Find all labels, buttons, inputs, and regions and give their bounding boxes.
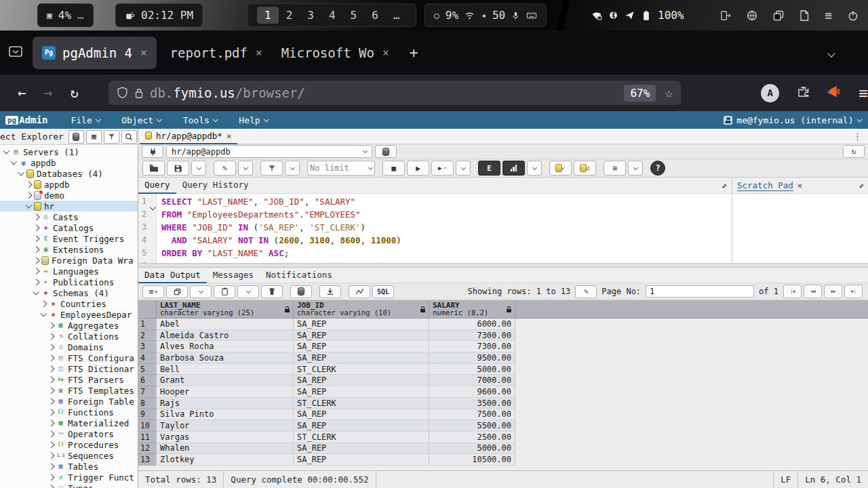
chevron-right-icon[interactable] — [32, 280, 40, 285]
cell-salary[interactable]: 7300.00 — [429, 330, 515, 342]
tab-messages[interactable]: Messages — [207, 267, 260, 283]
globe-icon[interactable] — [747, 10, 757, 21]
table-row[interactable]: 1AbelSA_REP6000.00 — [138, 319, 868, 330]
row-number[interactable]: 13 — [138, 454, 157, 466]
tree-item-casts[interactable]: Casts — [0, 211, 138, 222]
tree-item-materialized[interactable]: Materialized — [0, 418, 138, 428]
tree-item-fts-dictionar[interactable]: FTS Dictionar — [0, 363, 138, 374]
chevron-right-icon[interactable] — [47, 453, 55, 458]
save-data-button[interactable] — [290, 285, 312, 298]
table-row[interactable]: 12WhalenSA_REP5000.00 — [138, 443, 868, 455]
cell-salary[interactable]: 2500.00 — [429, 432, 515, 443]
tree-item-schemas-4[interactable]: Schemas (4) — [0, 287, 138, 298]
shield-icon[interactable] — [117, 87, 128, 99]
row-number[interactable]: 4 — [138, 352, 157, 364]
page-number-input[interactable] — [646, 285, 754, 298]
chevron-right-icon[interactable] — [47, 410, 55, 415]
chevron-right-icon[interactable] — [47, 443, 55, 447]
account-menu[interactable]: me@fymio.us (internal) — [724, 115, 861, 125]
menu-hamburger-icon[interactable]: ≡ — [859, 84, 868, 102]
cell-job-id[interactable]: SA_REP — [294, 375, 429, 386]
cell-job-id[interactable]: SA_REP — [294, 420, 429, 432]
tab-list-icon[interactable] — [8, 45, 23, 61]
cell-last-name[interactable]: Whalen — [157, 443, 294, 455]
cell-job-id[interactable]: SA_REP — [294, 443, 429, 455]
back-button[interactable]: ← — [18, 85, 26, 101]
cell-job-id[interactable]: ST_CLERK — [294, 364, 429, 375]
sql-button[interactable]: SQL — [372, 285, 394, 298]
cell-last-name[interactable]: Almeida Castro — [157, 330, 294, 342]
system-tray[interactable]: 100% — [591, 0, 684, 30]
tree-item-countries[interactable]: Countries — [0, 298, 138, 309]
menu-file[interactable]: File — [71, 115, 100, 125]
filter-button[interactable] — [260, 161, 283, 176]
row-number[interactable]: 5 — [138, 364, 157, 375]
tree-item-trigger-funct[interactable]: Trigger Funct — [0, 472, 138, 483]
extensions-puzzle-icon[interactable] — [797, 85, 810, 101]
tab-data-output[interactable]: Data Output — [138, 267, 207, 283]
cell-last-name[interactable]: Barbosa Souza — [157, 352, 294, 364]
column-header-last-name[interactable]: LAST_NAMEcharacter varying (25) — [157, 300, 294, 318]
clock[interactable]: 02:12 PM — [115, 3, 203, 27]
chevron-right-icon[interactable] — [47, 345, 55, 350]
expand-panel-icon[interactable]: ↔ — [856, 180, 866, 190]
tree-item-appdb[interactable]: appdb — [0, 179, 138, 190]
cell-last-name[interactable]: Taylor — [157, 420, 294, 432]
paste-options-chevron[interactable] — [237, 285, 259, 298]
sql-editor[interactable]: 123456 SELECT "LAST_NAME", "JOB_ID", "SA… — [138, 194, 732, 263]
execute-options-chevron[interactable] — [456, 161, 471, 176]
workspace-6[interactable]: 6 — [364, 7, 386, 24]
chevron-down-icon[interactable] — [9, 161, 18, 164]
chevron-right-icon[interactable] — [24, 193, 33, 198]
scratch-pad-body[interactable] — [732, 194, 868, 263]
explain-options-chevron[interactable] — [527, 161, 542, 176]
cell-salary[interactable]: 5000.00 — [429, 364, 515, 375]
chevron-right-icon[interactable] — [32, 269, 40, 274]
close-icon[interactable]: × — [797, 180, 803, 190]
cell-job-id[interactable]: ST_CLERK — [294, 432, 429, 443]
cell-job-id[interactable]: ST_CLERK — [294, 398, 429, 409]
chevron-down-icon[interactable] — [24, 205, 33, 207]
search-icon[interactable] — [121, 130, 137, 144]
cell-salary[interactable]: 7500.00 — [429, 409, 515, 421]
system-metrics[interactable]: ○ 9% ◂ 50 — [425, 3, 547, 27]
document-icon[interactable] — [800, 10, 809, 21]
table-row[interactable]: 2Almeida CastroSA_REP7300.00 — [138, 330, 868, 342]
row-number[interactable]: 11 — [138, 432, 157, 443]
power-icon[interactable] — [848, 10, 859, 21]
table-row[interactable]: 3Alves RochaSA_REP7300.00 — [138, 341, 868, 352]
cell-salary[interactable]: 9600.00 — [429, 386, 515, 398]
cell-salary[interactable]: 10500.00 — [429, 454, 515, 466]
tree-item-publications[interactable]: Publications — [0, 277, 138, 287]
list-icon[interactable]: ≡ — [825, 8, 832, 22]
cell-last-name[interactable]: Abel — [157, 319, 294, 330]
chevron-down-icon[interactable] — [2, 150, 10, 153]
column-header-salary[interactable]: SALARYnumeric (8,2) — [429, 300, 515, 318]
chevron-right-icon[interactable] — [47, 367, 55, 371]
menu-help[interactable]: Help — [239, 115, 268, 125]
scratch-pad-title[interactable]: Scratch Pad — [737, 180, 793, 191]
chevron-right-icon[interactable] — [47, 334, 55, 339]
address-bar[interactable]: db.fymio.us/browser/ 67% ☆ — [108, 81, 681, 105]
chevron-right-icon[interactable] — [47, 421, 55, 426]
chevron-right-icon[interactable] — [47, 323, 55, 328]
row-number[interactable]: 7 — [138, 386, 157, 398]
row-number[interactable]: 12 — [138, 443, 157, 455]
commit-button[interactable]: ✓ — [549, 161, 572, 176]
chevron-down-icon[interactable] — [17, 172, 25, 175]
copy-icon[interactable] — [773, 10, 784, 21]
workspace-[interactable]: … — [386, 7, 408, 24]
table-row[interactable]: 10TaylorSA_REP5500.00 — [138, 420, 868, 432]
help-button[interactable]: ? — [650, 161, 665, 176]
table-row[interactable]: 9Silva PintoSA_REP7500.00 — [138, 409, 868, 421]
table-row[interactable]: 7HooperSA_REP9600.00 — [138, 386, 868, 398]
cell-salary[interactable]: 7300.00 — [429, 341, 515, 352]
table-row[interactable]: 8RajsST_CLERK3500.00 — [138, 398, 868, 409]
tab-close-icon[interactable]: × — [381, 46, 389, 59]
paste-button[interactable] — [214, 285, 235, 298]
cell-salary[interactable]: 6000.00 — [429, 319, 515, 330]
tree-item-aggregates[interactable]: Aggregates — [0, 320, 138, 331]
tree-item-procedures[interactable]: Procedures — [0, 439, 138, 450]
chevron-right-icon[interactable] — [47, 475, 55, 480]
macros-button[interactable]: ≡ — [604, 161, 626, 176]
